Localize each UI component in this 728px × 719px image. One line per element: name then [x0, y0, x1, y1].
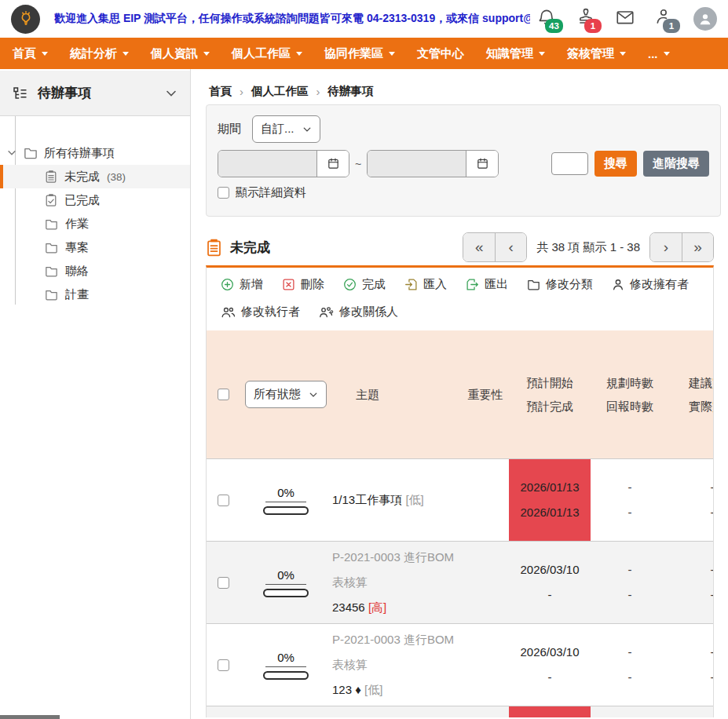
project-label: P-2021-0003 進行BOM表核算 — [332, 545, 462, 595]
priority-tag: [低] — [405, 493, 423, 506]
todo-table: 新增 刪除 完成 匯入 匯出 — [206, 265, 714, 717]
export-button[interactable]: 匯出 — [466, 277, 508, 292]
pagination: « ‹ 共 38 項 顯示 1 - 38 › » — [463, 232, 714, 262]
period-select[interactable]: 自訂... — [252, 115, 320, 143]
select-all-checkbox[interactable] — [218, 389, 229, 400]
import-button[interactable]: 匯入 — [404, 277, 447, 292]
calendar-icon — [476, 157, 489, 170]
sidebar-header[interactable]: 待辦事項 — [0, 71, 190, 116]
tree-node-tasks[interactable]: 作業 — [0, 212, 190, 235]
tree-node-complete[interactable]: 已完成 — [0, 188, 190, 212]
app-logo[interactable] — [11, 5, 40, 34]
folder-icon — [24, 147, 38, 159]
todo-tree: 所有待辦事項 未完成 (38) 已完成 作業 — [0, 116, 190, 306]
folder-icon — [45, 242, 58, 254]
main-content: 首頁 › 個人工作區 › 待辦事項 期間 自訂... — [191, 69, 728, 719]
nav-document-center[interactable]: 文管中心 — [406, 38, 475, 69]
approval-stamp-icon[interactable]: 1 — [576, 7, 596, 27]
chevron-down-icon — [123, 52, 129, 56]
delete-button[interactable]: 刪除 — [282, 277, 324, 292]
table-row[interactable]: 0% P-2021-0003 進行BOM表核算 23456 [高] 2026/0… — [207, 541, 714, 623]
incomplete-count: (38) — [107, 171, 126, 183]
nav-personal-info[interactable]: 個人資訊 — [140, 38, 221, 69]
progress-cell: 0% — [240, 568, 332, 597]
prev-page-button[interactable]: ‹ — [495, 233, 526, 261]
horizontal-scrollbar-thumb[interactable] — [0, 715, 60, 719]
tree-view-icon — [13, 86, 28, 101]
next-page-button[interactable]: › — [650, 233, 682, 261]
end-date-calendar-button[interactable] — [466, 151, 498, 177]
first-page-button[interactable]: « — [463, 233, 495, 261]
table-row-partial[interactable] — [207, 706, 714, 717]
add-button[interactable]: 新增 — [221, 277, 263, 292]
clipboard-check-icon — [45, 193, 57, 207]
advanced-search-button[interactable]: 進階搜尋 — [643, 151, 709, 177]
chevron-down-icon — [389, 52, 395, 56]
change-executor-button[interactable]: 修改執行者 — [221, 305, 300, 319]
table-row[interactable]: 0% P-2021-0003 進行BOM表核算 123 ♦ [低] 2026/0… — [207, 623, 714, 706]
change-category-button[interactable]: 修改分類 — [527, 277, 593, 292]
tree-node-plans[interactable]: 計畫 — [0, 283, 190, 306]
row-checkbox[interactable] — [218, 495, 229, 506]
approval-count-badge: 1 — [584, 19, 602, 33]
chevron-down-icon — [302, 125, 312, 134]
breadcrumb-home[interactable]: 首頁 — [209, 84, 232, 99]
breadcrumb-workspace[interactable]: 個人工作區 — [251, 84, 309, 99]
chevron-down-icon — [539, 52, 545, 56]
chevron-down-icon — [620, 52, 626, 56]
search-button[interactable]: 搜尋 — [594, 151, 637, 177]
show-detail-checkbox[interactable] — [218, 187, 229, 199]
nav-statistics[interactable]: 統計分析 — [59, 38, 140, 69]
change-related-people-button[interactable]: 修改關係人 — [319, 305, 398, 319]
list-header: 未完成 « ‹ 共 38 項 顯示 1 - 38 › » — [206, 232, 714, 262]
plus-circle-icon — [221, 278, 234, 291]
table-toolbar: 新增 刪除 完成 匯入 匯出 — [207, 268, 713, 330]
status-filter-select[interactable]: 所有狀態 — [245, 381, 327, 408]
complete-button[interactable]: 完成 — [343, 277, 386, 292]
completion-cell: -- — [669, 640, 714, 690]
nav-knowledge[interactable]: 知識管理 — [475, 38, 556, 69]
online-users-icon[interactable]: 1 — [654, 7, 675, 27]
planned-dates-cell: 2026/01/132026/01/13 — [509, 459, 591, 541]
two-people-icon — [221, 305, 236, 319]
hours-cell: -- — [591, 475, 669, 525]
start-date-input[interactable] — [218, 151, 316, 177]
progress-bar — [263, 506, 309, 515]
main-nav: 首頁 統計分析 個人資訊 個人工作區 協同作業區 文管中心 知識管理 簽核管理 … — [0, 38, 728, 69]
nav-more[interactable]: ... — [637, 38, 681, 69]
last-page-button[interactable]: » — [682, 233, 713, 261]
subject-cell[interactable]: P-2021-0003 進行BOM表核算 23456 [高] — [332, 545, 462, 620]
list-title: 未完成 — [206, 239, 270, 257]
breadcrumb-todos[interactable]: 待辦事項 — [328, 84, 374, 99]
row-checkbox[interactable] — [218, 577, 229, 589]
user-avatar[interactable] — [693, 7, 717, 31]
keyword-input[interactable] — [551, 152, 588, 175]
row-checkbox[interactable] — [218, 659, 229, 671]
progress-cell: 0% — [240, 486, 332, 515]
start-date-calendar-button[interactable] — [316, 151, 349, 177]
avatar-person-icon — [697, 10, 714, 27]
table-row[interactable]: 0% 1/13工作事項 [低] 2026/01/132026/01/13 -- … — [207, 458, 714, 541]
tree-node-all-todos[interactable]: 所有待辦事項 — [0, 141, 190, 165]
notifications-bell-icon[interactable]: 43 — [536, 7, 557, 27]
tree-node-incomplete[interactable]: 未完成 (38) — [0, 165, 190, 188]
expand-chevron-icon[interactable] — [6, 148, 17, 159]
nav-home[interactable]: 首頁 — [2, 38, 59, 69]
change-owner-button[interactable]: 修改擁有者 — [612, 277, 689, 292]
nav-approval[interactable]: 簽核管理 — [556, 38, 637, 69]
nav-collaboration[interactable]: 協同作業區 — [313, 38, 406, 69]
nav-personal-workspace[interactable]: 個人工作區 — [221, 38, 313, 69]
mail-icon[interactable] — [615, 7, 635, 27]
sidebar: 待辦事項 所有待辦事項 未完成 (38) — [0, 69, 191, 719]
tree-node-projects[interactable]: 專案 — [0, 235, 190, 259]
filter-panel: 期間 自訂... ~ — [206, 104, 721, 217]
end-date-input[interactable] — [368, 151, 466, 177]
subject-cell[interactable]: P-2021-0003 進行BOM表核算 123 ♦ [低] — [332, 627, 462, 703]
tree-node-contacts[interactable]: 聯絡 — [0, 259, 190, 283]
column-completion: 建議完成實際完成 — [669, 371, 714, 418]
priority-tag: [低] — [364, 683, 382, 696]
delete-x-icon — [282, 278, 295, 291]
progress-bar — [263, 589, 309, 597]
subject-cell[interactable]: 1/13工作事項 [低] — [332, 487, 462, 513]
collapse-chevron-icon[interactable] — [165, 87, 177, 100]
